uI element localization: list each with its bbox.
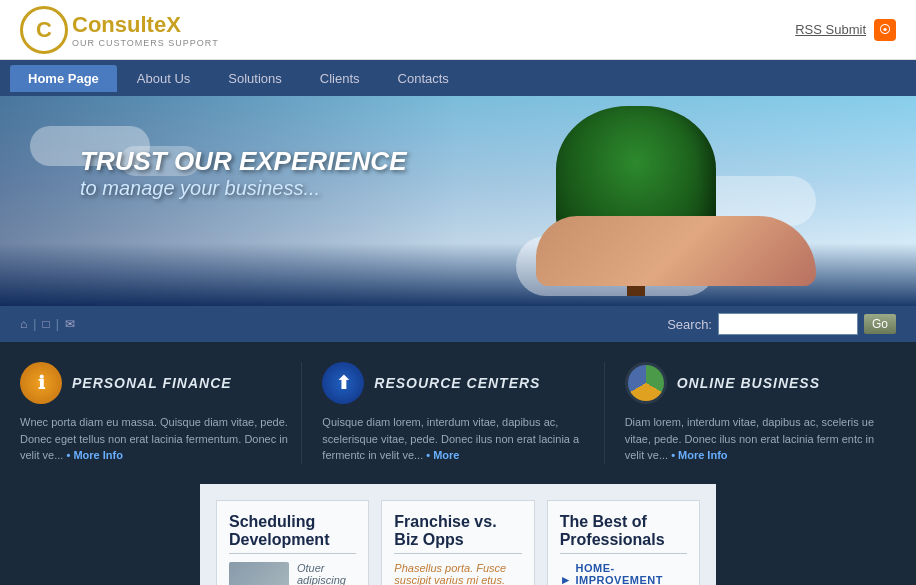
resource-centers-card: ⬆ RESOURCE CENTERS Quisque diam lorem, i… <box>312 362 604 464</box>
breadcrumb: ⌂ | □ | ✉ <box>20 317 75 331</box>
logo-text: ConsulteX OUR CUSTOMERS SUPPORT <box>72 12 219 48</box>
rc-title: RESOURCE CENTERS <box>374 375 540 391</box>
breadcrumb-sep2: | <box>56 317 59 331</box>
search-area: Search: Go <box>667 313 896 335</box>
breadcrumb-sep1: | <box>33 317 36 331</box>
rc-more-link[interactable]: • More <box>426 449 459 461</box>
search-label: Search: <box>667 317 712 332</box>
bottom-card-professionals: The Best of Professionals ► HOME-IMPROVE… <box>547 500 700 586</box>
pf-header: ℹ PERSONAL FINANCE <box>20 362 291 404</box>
bottom-card-franchise: Franchise vs. Biz Opps Phasellus porta. … <box>381 500 534 586</box>
rss-link[interactable]: RSS Submit <box>795 22 866 37</box>
header: C ConsulteX OUR CUSTOMERS SUPPORT RSS Su… <box>0 0 916 60</box>
pf-title: PERSONAL FINANCE <box>72 375 232 391</box>
ob-body: Diam lorem, interdum vitae, dapibus ac, … <box>625 414 896 464</box>
chevron-right-icon: ► <box>560 573 572 586</box>
nav-about[interactable]: About Us <box>119 65 208 92</box>
bottom-card-scheduling: Scheduling Development Otuer adipiscing … <box>216 500 369 586</box>
hero-hand <box>536 216 816 286</box>
home-icon[interactable]: ⌂ <box>20 317 27 331</box>
pf-more-link[interactable]: • More Info <box>66 449 122 461</box>
personal-finance-card: ℹ PERSONAL FINANCE Wnec porta diam eu ma… <box>10 362 302 464</box>
scheduling-content: Otuer adipiscing elitur_fermentum varius… <box>229 562 356 586</box>
hero-title: TRUST OUR EXPERIENCE <box>80 146 407 177</box>
rss-icon[interactable]: ⦿ <box>874 19 896 41</box>
toolbar: ⌂ | □ | ✉ Search: Go <box>0 306 916 342</box>
logo-area: C ConsulteX OUR CUSTOMERS SUPPORT <box>20 6 219 54</box>
logo-name-part2: X <box>166 12 181 37</box>
pie-chart-icon <box>628 365 664 401</box>
franchise-title: Franchise vs. Biz Opps <box>394 513 521 554</box>
nav-contacts[interactable]: Contacts <box>380 65 467 92</box>
home-improvement-link[interactable]: HOME-IMPROVEMENT PRODUCTS <box>576 562 687 586</box>
finance-icon: ℹ <box>20 362 62 404</box>
bottom-section: Scheduling Development Otuer adipiscing … <box>200 484 716 586</box>
logo-name: ConsulteX <box>72 12 219 38</box>
scheduling-title: Scheduling Development <box>229 513 356 554</box>
ob-more-link[interactable]: • More Info <box>671 449 727 461</box>
hero-text: TRUST OUR EXPERIENCE to manage your busi… <box>80 146 407 200</box>
hand-shape <box>536 216 816 286</box>
business-icon <box>625 362 667 404</box>
breadcrumb-item2: □ <box>42 317 49 331</box>
breadcrumb-item3: ✉ <box>65 317 75 331</box>
resource-icon: ⬆ <box>322 362 364 404</box>
nav-solutions[interactable]: Solutions <box>210 65 299 92</box>
pf-body: Wnec porta diam eu massa. Quisque diam v… <box>20 414 291 464</box>
search-input[interactable] <box>718 313 858 335</box>
logo-name-part1: Consulte <box>72 12 166 37</box>
scheduling-image <box>229 562 289 586</box>
ob-title: ONLINE BUSINESS <box>677 375 820 391</box>
bottom-wrapper: Scheduling Development Otuer adipiscing … <box>0 484 916 586</box>
finance-icon-symbol: ℹ <box>38 372 45 394</box>
hero-banner: TRUST OUR EXPERIENCE to manage your busi… <box>0 96 916 306</box>
logo-tagline: OUR CUSTOMERS SUPPORT <box>72 38 219 48</box>
ob-header: ONLINE BUSINESS <box>625 362 896 404</box>
logo-icon: C <box>20 6 68 54</box>
nav-home[interactable]: Home Page <box>10 65 117 92</box>
main-nav: Home Page About Us Solutions Clients Con… <box>0 60 916 96</box>
rss-area: RSS Submit ⦿ <box>795 19 896 41</box>
pf-text: Wnec porta diam eu massa. Quisque diam v… <box>20 416 288 461</box>
online-business-card: ONLINE BUSINESS Diam lorem, interdum vit… <box>615 362 906 464</box>
search-button[interactable]: Go <box>864 314 896 334</box>
franchise-text: Phasellus porta. Fusce suscipit varius m… <box>394 562 521 586</box>
rc-body: Quisque diam lorem, interdum vitae, dapi… <box>322 414 593 464</box>
professionals-title: The Best of Professionals <box>560 513 687 554</box>
nav-clients[interactable]: Clients <box>302 65 378 92</box>
ob-text: Diam lorem, interdum vitae, dapibus ac, … <box>625 416 874 461</box>
professionals-link-area: ► HOME-IMPROVEMENT PRODUCTS <box>560 562 687 586</box>
rc-header: ⬆ RESOURCE CENTERS <box>322 362 593 404</box>
three-columns: ℹ PERSONAL FINANCE Wnec porta diam eu ma… <box>0 342 916 484</box>
resource-icon-symbol: ⬆ <box>336 372 351 394</box>
hero-subtitle: to manage your business... <box>80 177 407 200</box>
